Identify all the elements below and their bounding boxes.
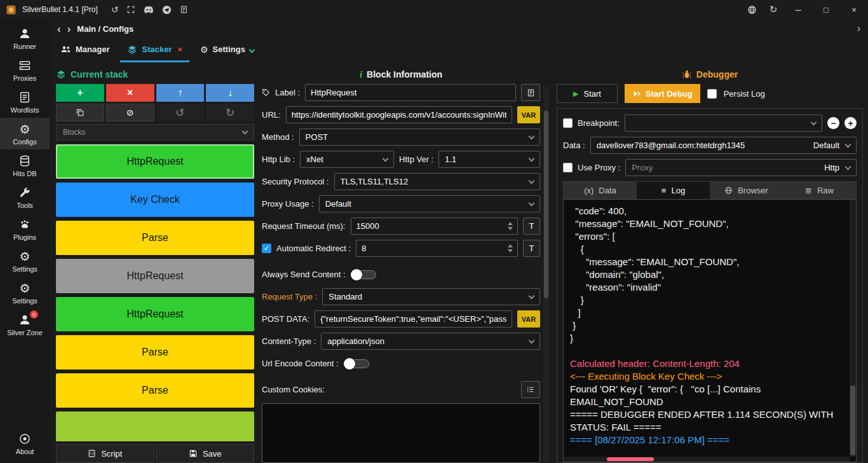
discord-icon[interactable] [144, 6, 154, 14]
tab-settings[interactable]: ⚙Settings [193, 38, 261, 62]
automatic-redirect-checkbox[interactable] [262, 244, 271, 253]
form-icon[interactable] [180, 5, 188, 14]
breakpoint-checkbox[interactable] [563, 118, 573, 128]
maximize-button[interactable]: □ [812, 0, 840, 19]
sidebar-item-runner[interactable]: Runner [0, 22, 50, 54]
log-horizontal-scrollbar[interactable] [564, 457, 850, 462]
scrollbar-thumb[interactable] [607, 457, 654, 461]
spinner-down-icon[interactable] [508, 227, 513, 230]
add-block-button[interactable]: + [56, 84, 104, 102]
data-input[interactable]: davellover783@gmail.com:htetdrgh1345 [597, 141, 745, 150]
label-note-button[interactable] [521, 84, 540, 101]
network-icon[interactable] [741, 5, 763, 15]
http-lib-dropdown[interactable]: xNet [300, 151, 394, 168]
post-data-input[interactable] [315, 310, 512, 328]
method-dropdown[interactable]: POST [299, 128, 540, 146]
undo-button[interactable]: ↺ [156, 104, 205, 121]
request-type-dropdown[interactable]: Standard [322, 288, 540, 305]
security-protocol-dropdown[interactable]: TLS,TLS11,TLS12 [334, 173, 541, 190]
close-button[interactable]: × [840, 0, 868, 19]
http-lib-label: Http Lib : [262, 155, 295, 164]
url-input[interactable] [286, 106, 512, 123]
url-encode-toggle[interactable] [344, 358, 369, 370]
data-input-combo[interactable]: davellover783@gmail.com:htetdrgh1345 Def… [590, 137, 857, 154]
custom-cookies-textarea[interactable] [262, 403, 540, 463]
clone-block-button[interactable] [56, 104, 104, 121]
timeout-type-button[interactable]: T [523, 218, 540, 235]
start-button[interactable]: ▶ Start [557, 84, 618, 103]
tab-manager[interactable]: Manager [53, 38, 116, 62]
stack-block[interactable]: Parse [56, 373, 254, 408]
stack-block[interactable]: Parse [56, 221, 254, 255]
sidebar-item-configs[interactable]: ⚙Configs [0, 118, 50, 149]
capture-icon[interactable] [126, 5, 135, 14]
telegram-icon[interactable] [162, 5, 172, 15]
remove-breakpoint-button[interactable]: − [827, 117, 839, 129]
request-timeout-input[interactable] [356, 221, 505, 231]
redirect-stepper[interactable] [356, 240, 518, 257]
sidebar-item-settings[interactable]: ⚙Settings [0, 245, 50, 277]
sidebar-item-hits-db[interactable]: Hits DB [0, 149, 50, 181]
scrollbar-thumb[interactable] [544, 111, 548, 298]
tab-stacker[interactable]: Stacker× [120, 38, 189, 62]
sync-icon[interactable]: ↻ [763, 4, 784, 15]
debugger-tab-log[interactable]: ≡Log [637, 182, 710, 199]
post-data-var-button[interactable]: VAR [517, 310, 540, 328]
stack-block[interactable]: HttpRequest [56, 144, 254, 179]
always-send-content-toggle[interactable] [351, 269, 376, 280]
stack-block[interactable]: Parse [56, 335, 254, 370]
proxy-type-value[interactable]: Http [824, 163, 839, 172]
disable-block-button[interactable]: ⊘ [106, 104, 154, 121]
breakpoint-dropdown[interactable] [625, 114, 822, 132]
sidebar-item-tools[interactable]: Tools [0, 181, 50, 213]
move-block-up-button[interactable]: ↑ [156, 84, 205, 102]
spinner-up-icon[interactable] [508, 222, 513, 225]
stack-block[interactable] [56, 411, 254, 441]
sidebar-item-about[interactable]: About [0, 427, 50, 459]
sidebar-item-proxies[interactable]: Proxies [0, 54, 50, 86]
debugger-tab-data[interactable]: (x)Data [564, 182, 637, 199]
label-input[interactable] [305, 84, 516, 101]
debugger-tab-browser[interactable]: Browser [710, 182, 783, 199]
close-tab-icon[interactable]: × [177, 45, 182, 54]
proxy-input[interactable]: Proxy [632, 163, 653, 172]
wordlist-type-value[interactable]: Default [813, 141, 839, 150]
url-var-button[interactable]: VAR [517, 106, 540, 123]
stack-block[interactable]: HttpRequest [56, 297, 254, 331]
spinner-up-icon[interactable] [508, 244, 513, 247]
spinner-down-icon[interactable] [508, 249, 513, 252]
persist-log-checkbox[interactable] [707, 89, 717, 99]
add-breakpoint-button[interactable]: + [844, 117, 857, 129]
redirect-count-input[interactable] [362, 244, 504, 253]
use-proxy-checkbox[interactable] [563, 163, 573, 172]
save-button[interactable]: Save [156, 444, 255, 463]
redirect-type-button[interactable]: T [523, 240, 540, 257]
nav-back-icon[interactable]: ‹ [57, 24, 61, 34]
start-debug-button[interactable]: Start Debug [625, 84, 700, 103]
minimize-button[interactable]: ─ [784, 0, 812, 19]
redo-button[interactable]: ↻ [206, 104, 254, 121]
debugger-tab-raw[interactable]: ≣Raw [783, 182, 856, 199]
http-ver-dropdown[interactable]: 1.1 [438, 151, 540, 168]
sidebar-item-plugins[interactable]: Plugins [0, 213, 50, 245]
scrollbar-thumb[interactable] [850, 385, 855, 455]
cookies-list-button[interactable] [521, 381, 540, 398]
log-vertical-scrollbar[interactable] [850, 200, 856, 457]
content-type-dropdown[interactable]: application/json [321, 333, 540, 350]
delete-block-button[interactable]: × [106, 84, 154, 102]
sidebar-item-silver-zone[interactable]: 0Silver Zone [0, 308, 50, 340]
block-info-scrollbar[interactable] [543, 86, 549, 463]
stack-block[interactable]: HttpRequest [56, 259, 254, 293]
proxy-usage-dropdown[interactable]: Default [319, 195, 540, 212]
panel-expand-icon[interactable]: › [857, 23, 860, 34]
request-timeout-stepper[interactable] [351, 218, 519, 235]
sidebar-item-wordlists[interactable]: Wordlists [0, 86, 50, 118]
nav-forward-icon[interactable]: › [67, 24, 71, 34]
sidebar-item-settings[interactable]: ⚙Settings [0, 277, 50, 308]
move-block-down-button[interactable]: ↓ [206, 84, 254, 102]
history-icon[interactable]: ↺ [111, 4, 119, 15]
stack-block[interactable]: Key Check [56, 183, 254, 217]
script-button[interactable]: Script [56, 444, 154, 463]
blocks-dropdown[interactable]: Blocks [56, 124, 254, 141]
proxy-input-combo[interactable]: Proxy Http [625, 159, 857, 176]
